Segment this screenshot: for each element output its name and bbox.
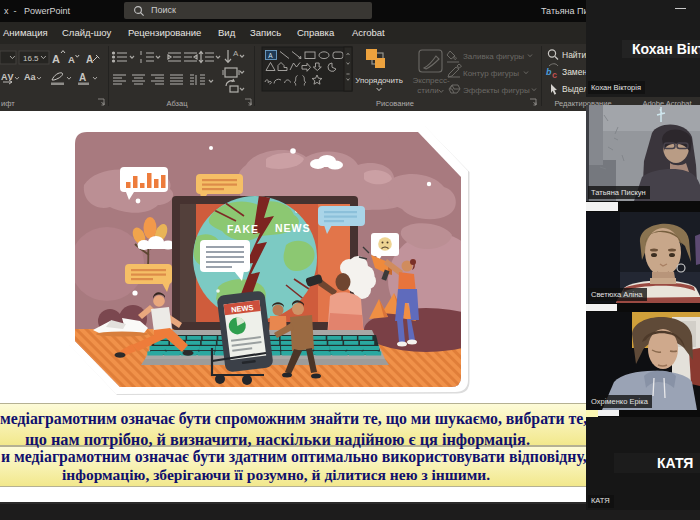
svg-text:Найти: Найти xyxy=(562,50,587,60)
svg-text:А: А xyxy=(79,72,86,83)
svg-text:Рисование: Рисование xyxy=(376,99,414,108)
svg-text:Эффекты фигуры: Эффекты фигуры xyxy=(463,86,530,95)
svg-text:А: А xyxy=(52,53,60,65)
svg-text:c: c xyxy=(552,70,557,80)
svg-text:NEWS: NEWS xyxy=(275,222,311,234)
svg-text:Экспресс-: Экспресс- xyxy=(412,76,450,85)
svg-text:16.5: 16.5 xyxy=(23,54,39,63)
svg-text:Аа: Аа xyxy=(24,72,37,82)
svg-text:ифт: ифт xyxy=(1,99,15,108)
svg-text:FAKE: FAKE xyxy=(227,223,259,235)
svg-text:Абзац: Абзац xyxy=(166,99,188,108)
svg-text:стили: стили xyxy=(417,86,438,95)
svg-text:Упорядочить: Упорядочить xyxy=(355,76,403,85)
svg-text:А: А xyxy=(268,52,273,59)
svg-text:А: А xyxy=(233,49,239,58)
svg-text:А: А xyxy=(86,54,93,65)
svg-text:АV: АV xyxy=(1,72,14,82)
svg-text:Контур фигуры: Контур фигуры xyxy=(463,69,519,78)
svg-text:А: А xyxy=(68,54,75,65)
svg-text:Заливка фигуры: Заливка фигуры xyxy=(463,52,524,61)
